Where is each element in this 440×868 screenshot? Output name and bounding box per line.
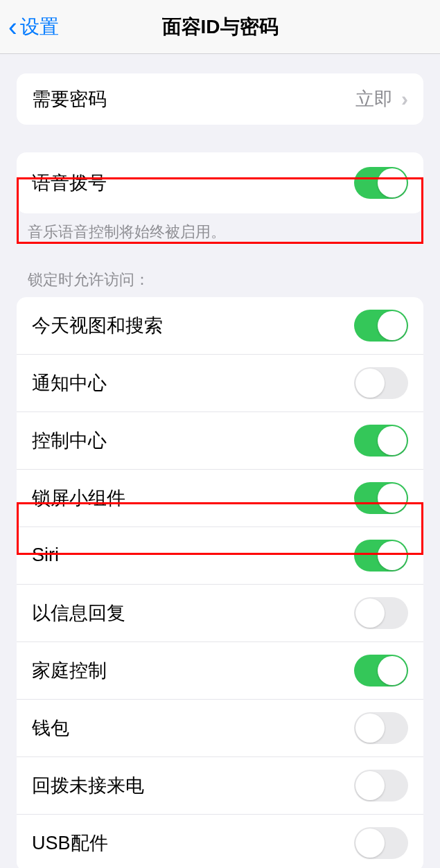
- today-view-label: 今天视图和搜索: [32, 313, 163, 338]
- siri-label: Siri: [32, 544, 59, 566]
- home-control-row: 家庭控制: [17, 642, 423, 700]
- home-control-label: 家庭控制: [32, 658, 107, 683]
- notification-center-row: 通知中心: [17, 355, 423, 412]
- header-bar: ‹ 设置 面容ID与密码: [0, 0, 440, 54]
- return-missed-calls-label: 回拨未接来电: [32, 773, 144, 798]
- wallet-row: 钱包: [17, 700, 423, 757]
- lock-access-section: 今天视图和搜索 通知中心 控制中心 锁屏小组件 Siri 以信息回复: [17, 297, 423, 868]
- usb-accessories-row: USB配件: [17, 815, 423, 868]
- lock-screen-widgets-row: 锁屏小组件: [17, 470, 423, 527]
- voice-dial-row: 语音拨号: [17, 152, 423, 213]
- lock-screen-widgets-toggle[interactable]: [354, 482, 408, 514]
- today-view-row: 今天视图和搜索: [17, 297, 423, 355]
- require-passcode-value: 立即 ›: [355, 87, 408, 112]
- page-title: 面容ID与密码: [162, 14, 279, 40]
- control-center-toggle[interactable]: [354, 425, 408, 457]
- reply-message-label: 以信息回复: [32, 601, 125, 626]
- notification-center-toggle[interactable]: [354, 367, 408, 399]
- require-passcode-row[interactable]: 需要密码 立即 ›: [17, 73, 423, 125]
- back-label: 设置: [20, 14, 59, 40]
- chevron-left-icon: ‹: [8, 14, 17, 40]
- home-control-toggle[interactable]: [354, 655, 408, 687]
- notification-center-label: 通知中心: [32, 371, 107, 396]
- back-button[interactable]: ‹ 设置: [0, 14, 59, 40]
- control-center-label: 控制中心: [32, 428, 107, 453]
- reply-message-toggle[interactable]: [354, 597, 408, 629]
- today-view-toggle[interactable]: [354, 310, 408, 342]
- voice-dial-label: 语音拨号: [32, 170, 107, 195]
- voice-dial-toggle[interactable]: [354, 167, 408, 199]
- siri-toggle[interactable]: [354, 540, 408, 572]
- usb-accessories-label: USB配件: [32, 831, 108, 856]
- reply-message-row: 以信息回复: [17, 585, 423, 642]
- voice-dial-section: 语音拨号: [17, 152, 423, 213]
- toggle-knob: [378, 168, 407, 197]
- wallet-label: 钱包: [32, 716, 69, 741]
- chevron-right-icon: ›: [401, 87, 408, 111]
- usb-accessories-toggle[interactable]: [354, 827, 408, 859]
- control-center-row: 控制中心: [17, 412, 423, 470]
- passcode-section: 需要密码 立即 ›: [17, 73, 423, 125]
- lock-screen-widgets-label: 锁屏小组件: [32, 486, 125, 511]
- return-missed-calls-row: 回拨未接来电: [17, 757, 423, 815]
- lock-access-header: 锁定时允许访问：: [0, 269, 440, 297]
- return-missed-calls-toggle[interactable]: [354, 770, 408, 801]
- wallet-toggle[interactable]: [354, 712, 408, 744]
- require-passcode-label: 需要密码: [32, 87, 107, 112]
- voice-dial-footer: 音乐语音控制将始终被启用。: [0, 213, 440, 243]
- siri-row: Siri: [17, 527, 423, 585]
